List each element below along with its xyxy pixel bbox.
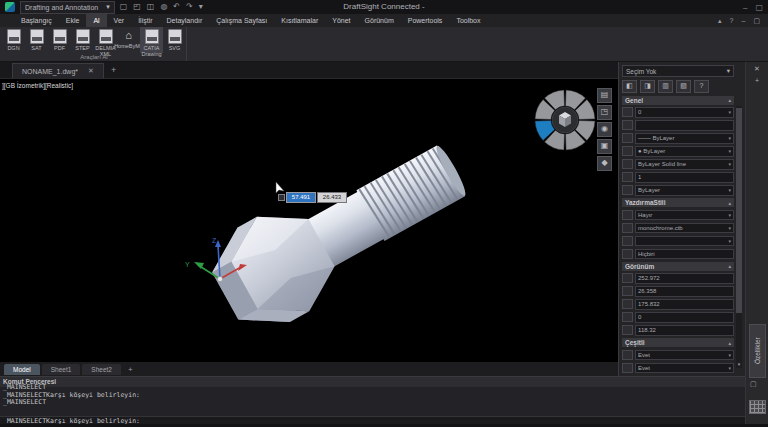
- save-icon[interactable]: ◫: [147, 1, 155, 13]
- keyboard-grid-icon[interactable]: [749, 400, 766, 414]
- ribbon-buttons: DGN SAT PDF STEP DELMIA XML: [2, 27, 186, 53]
- file-icon: [99, 29, 113, 44]
- command-history: _MAINSELECT _MAINSELECTKarşı köşeyi beli…: [0, 384, 745, 413]
- tab-al[interactable]: Al: [86, 14, 106, 27]
- property-field[interactable]: Evet▾: [635, 350, 734, 361]
- tab-ilistir[interactable]: İliştir: [131, 14, 159, 27]
- tab-yonet[interactable]: Yönet: [325, 14, 357, 27]
- tab-calisma-sayfasi[interactable]: Çalışma Sayfası: [209, 14, 274, 27]
- pin-icon[interactable]: +: [746, 77, 768, 84]
- property-row: Evet▾: [622, 350, 734, 361]
- undo-icon[interactable]: ↶: [173, 1, 180, 13]
- property-field[interactable]: [635, 120, 734, 131]
- property-field[interactable]: 1: [635, 172, 734, 183]
- property-row: 0▾: [622, 107, 734, 118]
- panel-side-strip: ✕ + Özellikler ▢: [745, 62, 768, 427]
- import-pdf-button[interactable]: PDF: [48, 27, 71, 53]
- render-globe-icon[interactable]: ◍: [160, 1, 167, 13]
- chevron-down-icon: ▾: [106, 3, 110, 11]
- property-field[interactable]: monochrome.ctb▾: [635, 223, 734, 234]
- property-field[interactable]: 26.358: [635, 286, 734, 297]
- maximize-icon[interactable]: ▢: [753, 17, 760, 25]
- tab-detaylandir[interactable]: Detaylandır: [160, 14, 210, 27]
- tab-toolbox[interactable]: Toolbox: [449, 14, 487, 27]
- viewport-controls-label[interactable]: ][GB İzometrik][Realistic]: [2, 82, 73, 89]
- tab-sheet1[interactable]: Sheet1: [42, 364, 81, 375]
- tab-powertools[interactable]: Powertools: [401, 14, 450, 27]
- property-field[interactable]: ByLayer▾: [635, 185, 734, 196]
- scrollbar-thumb[interactable]: [736, 108, 742, 313]
- property-row: Hayır▾: [622, 210, 734, 221]
- qat-customize-icon[interactable]: ▾: [199, 1, 203, 13]
- file-icon: [145, 29, 159, 44]
- filter-icon[interactable]: ▥: [658, 80, 673, 93]
- model-viewport[interactable]: Z Y ][: [0, 79, 618, 362]
- help-icon[interactable]: ?: [730, 17, 734, 25]
- linestyle-icon: [622, 133, 633, 143]
- chevron-down-icon: ▾: [728, 212, 731, 218]
- property-row: 118.32: [622, 325, 734, 336]
- navigation-wheel[interactable]: [535, 90, 595, 150]
- property-field[interactable]: Hiçbiri: [635, 249, 734, 260]
- new-document-button[interactable]: +: [111, 63, 116, 78]
- import-dgn-button[interactable]: DGN: [2, 27, 25, 53]
- property-field[interactable]: 252.972: [635, 273, 734, 284]
- section-general: Genel▴ 0▾ ─── ByLayer▾ ● ByLayer▾ ByLaye…: [622, 96, 734, 196]
- property-field[interactable]: ● ByLayer▾: [635, 146, 734, 157]
- property-field[interactable]: Evet▾: [635, 363, 734, 374]
- coordinate-x-input[interactable]: 57.491: [286, 192, 316, 203]
- draftsight-window: Drafting and Annotation ▾ ▢ ◰ ◫ ◍ ↶ ↷ ▾ …: [0, 0, 768, 427]
- document-tab[interactable]: NONAME_1.dwg* ✕: [12, 63, 104, 78]
- viewport-tool-icon-4[interactable]: ▣: [597, 139, 612, 154]
- property-field[interactable]: 0: [635, 312, 734, 323]
- catia-drawing-button[interactable]: CATIA Drawing: [140, 27, 163, 53]
- import-sat-button[interactable]: SAT: [25, 27, 48, 53]
- select-entities-icon[interactable]: ◧: [622, 80, 637, 93]
- close-icon[interactable]: ✕: [88, 67, 94, 75]
- quick-select-icon[interactable]: ◨: [640, 80, 655, 93]
- redo-icon[interactable]: ↷: [186, 1, 193, 13]
- settings-icon[interactable]: ▧: [676, 80, 691, 93]
- add-sheet-button[interactable]: +: [128, 365, 133, 374]
- minimize-icon[interactable]: –: [743, 3, 747, 12]
- minimize-icon[interactable]: –: [741, 17, 745, 25]
- ribbon-collapse-icon[interactable]: ▴: [718, 17, 722, 25]
- property-field[interactable]: ─── ByLayer▾: [635, 133, 734, 144]
- import-svg-button[interactable]: SVG: [163, 27, 186, 53]
- printstyle-name-icon: [622, 249, 633, 259]
- bolt-model[interactable]: [199, 121, 481, 343]
- property-field[interactable]: ▾: [635, 236, 734, 247]
- property-field[interactable]: Hayır▾: [635, 210, 734, 221]
- palette-options-icon[interactable]: ▢: [750, 380, 757, 388]
- property-field[interactable]: ByLayer Solid line▾: [635, 159, 734, 170]
- property-row: ByLayer Solid line▾: [622, 159, 734, 170]
- properties-scrollbar[interactable]: ▾: [736, 106, 742, 368]
- property-field[interactable]: 118.32: [635, 325, 734, 336]
- selection-dropdown[interactable]: Seçim Yok ▾: [622, 65, 734, 77]
- property-field[interactable]: 175.832: [635, 299, 734, 310]
- help-icon[interactable]: ?: [694, 80, 709, 93]
- tab-ver[interactable]: Ver: [107, 14, 132, 27]
- viewport-tool-icon-1[interactable]: ▤: [597, 88, 612, 103]
- viewport-tool-icon-3[interactable]: ◉: [597, 122, 612, 137]
- tab-kisitlamalar[interactable]: Kısıtlamalar: [274, 14, 325, 27]
- workspace-selector[interactable]: Drafting and Annotation ▾: [20, 1, 115, 14]
- coordinate-y-input[interactable]: 26.433: [317, 192, 347, 203]
- properties-vertical-tab[interactable]: Özellikler: [749, 324, 766, 378]
- property-field[interactable]: 0▾: [635, 107, 734, 118]
- tab-gorunum[interactable]: Görünüm: [358, 14, 401, 27]
- new-file-icon[interactable]: ▢: [120, 1, 128, 13]
- viewport-tool-icon-5[interactable]: ◆: [597, 156, 612, 171]
- scroll-down-icon[interactable]: ▾: [736, 361, 742, 368]
- tab-sheet2[interactable]: Sheet2: [82, 364, 121, 375]
- close-icon[interactable]: ✕: [746, 65, 768, 73]
- open-file-icon[interactable]: ◰: [133, 1, 141, 13]
- homebyme-button[interactable]: ⌂ HomeByMe: [117, 27, 140, 53]
- import-step-button[interactable]: STEP: [71, 27, 94, 53]
- maximize-icon[interactable]: ▢: [755, 3, 763, 12]
- tab-baslangic[interactable]: Başlangıç: [14, 14, 59, 27]
- ribbon-tab-bar: Başlangıç Ekle Al Ver İliştir Detaylandı…: [0, 14, 768, 27]
- tab-model[interactable]: Model: [4, 364, 40, 375]
- viewport-tool-icon-2[interactable]: ◳: [597, 105, 612, 120]
- tab-ekle[interactable]: Ekle: [59, 14, 87, 27]
